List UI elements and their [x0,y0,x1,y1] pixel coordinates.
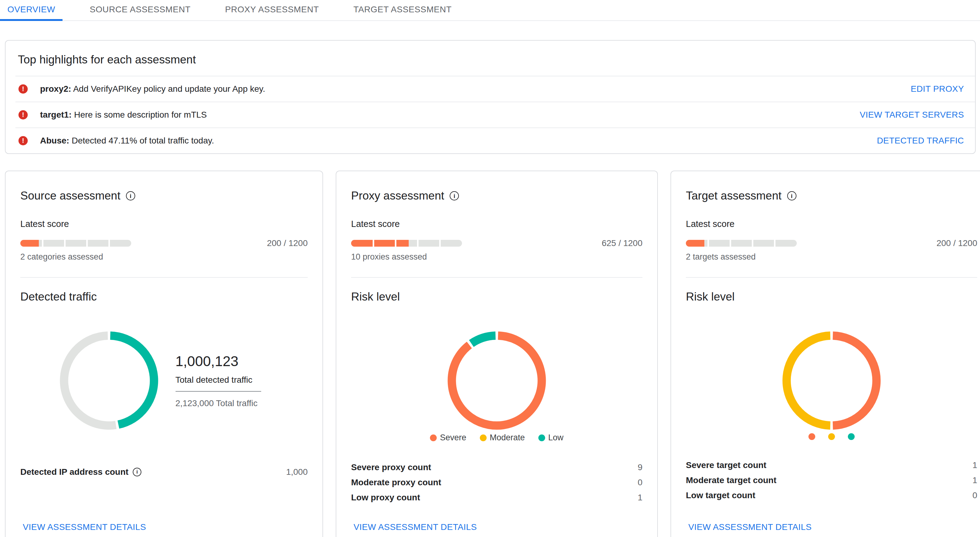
score-row: 625 / 1200 [351,238,643,248]
legend-dot [848,433,855,440]
legend-dot [480,434,487,441]
legend-dot [828,433,835,440]
donut-segment-severe [833,335,877,426]
highlight-description: Here is some description for mTLS [72,110,207,119]
highlight-row-proxy2: ! proxy2: Add VerifyAPIKey policy and up… [6,76,975,102]
chart-area: 1,000,123 Total detected traffic 2,123,0… [20,331,308,430]
detected-traffic-donut-chart [60,331,158,430]
highlight-row-abuse: ! Abuse: Detected 47.11% of total traffi… [6,128,975,153]
score-bar-segment-gap [42,240,43,247]
detected-ip-count-label-text: Detected IP address count [20,467,129,477]
score-bar-segment-gap [108,240,110,247]
assessed-count-text: 2 categories assessed [20,252,308,262]
score-value: 200 / 1200 [937,238,977,248]
tab-source-assessment[interactable]: SOURCE ASSESSMENT [82,0,198,21]
severe-count-row: Severe target count 1 [686,458,977,473]
proxy-assessment-card: Proxy assessment i Latest score 625 / 12… [336,171,658,537]
donut-svg [60,331,158,430]
count-value: 1 [972,475,977,485]
score-bar-segment-gap [373,240,374,247]
legend-item-low: Low [538,433,563,442]
view-assessment-details-link[interactable]: VIEW ASSESSMENT DETAILS [23,522,146,532]
risk-legend: SevereModerateLow [430,433,563,442]
chart-area: SevereModerateLow [351,331,643,442]
highlight-text: proxy2: Add VerifyAPIKey policy and upda… [40,84,265,94]
divider [175,391,261,392]
score-bar-segment-gap [752,240,753,247]
target-assessment-card: Target assessment i Latest score 200 / 1… [670,171,980,537]
score-row: 200 / 1200 [686,238,977,248]
legend-item-moderate [828,433,835,440]
score-bar-segment-gap [86,240,88,247]
view-assessment-details-link[interactable]: VIEW ASSESSMENT DETAILS [688,522,811,532]
donut-segment-remaining-traffic [64,335,116,426]
card-title-text: Proxy assessment [351,188,444,203]
legend-item-severe [808,433,815,440]
total-traffic-text: 2,123,000 Total traffic [175,399,269,408]
score-bar-fill [351,240,409,247]
latest-score-label: Latest score [20,219,308,229]
score-progress-bar [686,240,797,247]
count-label: Moderate proxy count [351,478,441,488]
detected-ip-count-value: 1,000 [286,467,308,477]
risk-counts: Severe target count 1 Moderate target co… [686,458,977,503]
legend-dot [808,433,815,440]
latest-score-label: Latest score [686,219,977,229]
donut-segment-severe [452,335,542,426]
count-value: 0 [638,478,643,488]
risk-level-donut-chart [447,331,546,430]
total-detected-traffic-label: Total detected traffic [175,375,269,385]
edit-proxy-link[interactable]: EDIT PROXY [911,84,964,94]
divider [351,277,643,278]
info-icon[interactable]: i [133,468,142,477]
score-bar-fill [686,240,704,247]
score-bar-segment-gap [730,240,731,247]
source-assessment-card: Source assessment i Latest score 200 / 1… [5,171,323,537]
score-row: 200 / 1200 [20,238,308,248]
card-title-text: Target assessment [686,188,782,203]
count-label: Low target count [686,491,756,500]
score-value: 625 / 1200 [602,238,643,248]
info-icon[interactable]: i [450,191,459,200]
detected-ip-count-label: Detected IP address count i [20,467,142,477]
info-icon[interactable]: i [126,191,135,200]
score-bar-segment-gap [395,240,396,247]
score-bar-segment-gap [774,240,775,247]
detected-traffic-link[interactable]: DETECTED TRAFFIC [877,136,964,146]
tab-target-assessment[interactable]: TARGET ASSESSMENT [346,0,459,21]
score-progress-bar [20,240,131,247]
view-assessment-details-link[interactable]: VIEW ASSESSMENT DETAILS [353,522,477,532]
card-title: Target assessment i [686,188,977,203]
donut-segment-moderate [787,335,830,426]
tab-proxy-assessment[interactable]: PROXY ASSESSMENT [218,0,326,21]
divider [20,277,308,278]
score-bar-segment-gap [417,240,418,247]
highlight-subject: proxy2: [40,84,71,94]
card-title: Proxy assessment i [351,188,643,203]
low-count-row: Low target count 0 [686,488,977,503]
risk-counts: Severe proxy count 9 Moderate proxy coun… [351,460,643,505]
card-title: Source assessment i [20,188,308,203]
highlight-description: Detected 47.11% of total traffic today. [69,136,214,145]
assessed-count-text: 2 targets assessed [686,252,977,262]
detected-traffic-heading: Detected traffic [20,289,308,304]
donut-segment-low [471,335,496,343]
donut-segment-total-detected-traffic [110,335,154,424]
score-bar-segment-gap [708,240,709,247]
count-value: 1 [638,493,643,502]
highlight-text: Abuse: Detected 47.11% of total traffic … [40,136,214,146]
moderate-count-row: Moderate target count 1 [686,473,977,488]
score-bar-segment-gap [64,240,65,247]
view-target-servers-link[interactable]: VIEW TARGET SERVERS [859,110,964,120]
low-count-row: Low proxy count 1 [351,490,643,505]
info-icon[interactable]: i [787,191,797,200]
total-detected-traffic-value: 1,000,123 [175,353,269,370]
legend-label: Severe [440,433,466,442]
count-value: 0 [972,491,977,500]
count-label: Severe target count [686,460,766,470]
error-icon: ! [19,136,28,145]
tab-overview[interactable]: OVERVIEW [0,0,62,21]
risk-level-heading: Risk level [351,289,643,304]
highlight-description: Add VerifyAPIKey policy and update your … [71,84,265,94]
count-value: 9 [638,462,643,472]
